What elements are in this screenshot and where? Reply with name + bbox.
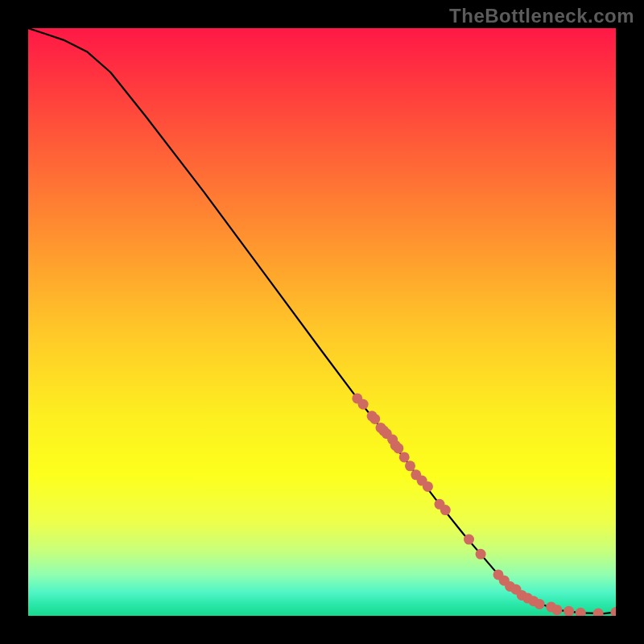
- attribution-text: TheBottleneck.com: [449, 5, 634, 27]
- data-point: [440, 505, 451, 515]
- scatter-points: [352, 393, 616, 616]
- data-point: [564, 606, 574, 616]
- data-point: [535, 599, 545, 609]
- data-point: [423, 481, 433, 492]
- data-point: [405, 460, 415, 471]
- chart-svg: [28, 28, 616, 616]
- chart-area: [28, 28, 616, 616]
- data-point: [369, 414, 380, 424]
- data-point: [611, 607, 617, 616]
- data-point: [576, 608, 586, 616]
- data-point: [464, 535, 474, 545]
- data-point: [476, 549, 486, 559]
- data-point: [393, 443, 403, 453]
- curve-line: [28, 28, 616, 613]
- data-point: [552, 605, 563, 615]
- data-point: [399, 452, 410, 462]
- data-point: [593, 609, 604, 616]
- data-point: [358, 399, 369, 410]
